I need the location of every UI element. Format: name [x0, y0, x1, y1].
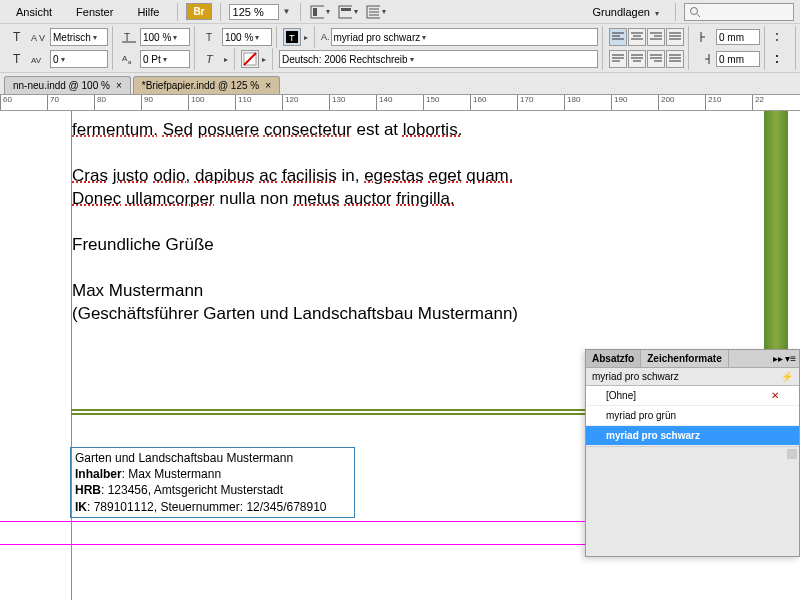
kerning-icon[interactable]: AV — [29, 28, 49, 46]
tab-label: *Briefpapier.indd @ 125 % — [142, 80, 259, 91]
char-format-icon[interactable]: T — [8, 28, 28, 46]
svg-text:T: T — [124, 32, 130, 43]
svg-rect-51 — [776, 61, 778, 63]
menu-ansicht[interactable]: Ansicht — [6, 3, 62, 21]
fill-swatch[interactable]: T — [283, 28, 301, 46]
align-center-button[interactable] — [628, 28, 646, 46]
list-2-icon[interactable] — [771, 50, 791, 68]
baseline-icon[interactable]: Aa — [119, 50, 139, 68]
lightning-icon[interactable]: ⚡ — [781, 371, 793, 382]
char-styles-panel[interactable]: Absatzfo Zeichenformate ▸▸ ▾≡ myriad pro… — [585, 349, 800, 557]
indent-left-icon — [695, 28, 715, 46]
svg-text:AV: AV — [31, 56, 42, 65]
document-canvas[interactable]: fermentum. Sed posuere consectetur est a… — [0, 111, 800, 600]
current-style-name: myriad pro schwarz — [592, 371, 679, 382]
svg-text:A: A — [31, 33, 37, 43]
scale-h-input[interactable]: 100 %▾ — [140, 28, 190, 46]
svg-rect-50 — [776, 55, 778, 57]
document-tabs: nn-neu.indd @ 100 % × *Briefpapier.indd … — [0, 73, 800, 95]
no-fill-swatch[interactable] — [241, 50, 259, 68]
scale-v-icon[interactable]: T — [201, 28, 221, 46]
tracking-icon[interactable]: AV — [29, 50, 49, 68]
view-mode-2-icon[interactable]: ▾ — [337, 3, 361, 21]
tab-doc-2[interactable]: *Briefpapier.indd @ 125 % × — [133, 76, 280, 94]
menu-fenster[interactable]: Fenster — [66, 3, 123, 21]
language-select[interactable]: Deutsch: 2006 Rechtschreib▾ — [279, 50, 598, 68]
justify-left-button[interactable] — [609, 50, 627, 68]
view-mode-3-icon[interactable]: ▾ — [365, 3, 389, 21]
svg-line-9 — [697, 14, 700, 17]
svg-rect-3 — [341, 8, 351, 11]
scale-h-icon[interactable]: T — [119, 28, 139, 46]
baseline-input[interactable]: 0 Pt▾ — [140, 50, 190, 68]
panel-tab-char-styles[interactable]: Zeichenformate — [641, 350, 728, 367]
style-list: [Ohne] ✕ myriad pro grün myriad pro schw… — [586, 386, 799, 446]
indent-left-input[interactable] — [716, 29, 760, 45]
svg-rect-2 — [339, 6, 352, 18]
indent-right-input[interactable] — [716, 51, 760, 67]
svg-rect-1 — [313, 8, 317, 16]
menubar: Ansicht Fenster Hilfe Br ▼ ▾ ▾ ▾ Grundla… — [0, 0, 800, 24]
close-icon[interactable]: × — [116, 80, 122, 91]
chevron-down-icon[interactable]: ▼ — [281, 7, 293, 16]
align-left-button[interactable] — [609, 28, 627, 46]
svg-text:V: V — [39, 33, 45, 43]
bridge-button[interactable]: Br — [186, 3, 211, 20]
svg-text:T: T — [206, 32, 212, 43]
scale-v-input[interactable]: 100 %▾ — [222, 28, 272, 46]
zoom-control[interactable]: ▼ — [229, 4, 293, 20]
view-mode-1-icon[interactable]: ▾ — [309, 3, 333, 21]
delete-style-icon[interactable]: ✕ — [771, 390, 779, 401]
horizontal-ruler[interactable]: 60 70 80 90 100 110 120 130 140 150 160 … — [0, 95, 800, 111]
justify-all-button[interactable] — [666, 50, 684, 68]
indent-right-icon — [695, 50, 715, 68]
control-toolbar: T AV Metrisch▾ T 100 %▾ T 100 %▾ T ▸ A. … — [0, 24, 800, 73]
svg-text:T: T — [13, 30, 21, 44]
skew-icon[interactable]: T — [201, 50, 221, 68]
tab-label: nn-neu.indd @ 100 % — [13, 80, 110, 91]
panel-tab-para-styles[interactable]: Absatzfo — [586, 350, 641, 367]
search-box[interactable] — [684, 3, 794, 21]
panel-menu-icon[interactable]: ▾≡ — [785, 353, 796, 364]
svg-text:T: T — [206, 53, 214, 65]
svg-point-8 — [691, 7, 698, 14]
char-style-label-icon: A. — [321, 32, 330, 42]
svg-point-30 — [776, 39, 778, 41]
svg-rect-0 — [311, 6, 324, 18]
panel-collapse-icon[interactable]: ▸▸ — [773, 353, 783, 364]
justify-right-button[interactable] — [647, 50, 665, 68]
justify-center-button[interactable] — [628, 50, 646, 68]
list-icon[interactable] — [771, 28, 791, 46]
tab-doc-1[interactable]: nn-neu.indd @ 100 % × — [4, 76, 131, 94]
char-style-select[interactable]: myriad pro schwarz▾ — [331, 28, 598, 46]
align-justify-button[interactable] — [666, 28, 684, 46]
close-icon[interactable]: × — [265, 80, 271, 91]
para-format-icon[interactable]: T — [8, 50, 28, 68]
align-right-button[interactable] — [647, 28, 665, 46]
body-text-frame[interactable]: fermentum. Sed posuere consectetur est a… — [72, 119, 518, 325]
style-item-gruen[interactable]: myriad pro grün — [586, 406, 799, 426]
style-item-none[interactable]: [Ohne] ✕ — [586, 386, 799, 406]
menu-hilfe[interactable]: Hilfe — [127, 3, 169, 21]
svg-text:a: a — [128, 59, 132, 65]
style-item-schwarz[interactable]: myriad pro schwarz — [586, 426, 799, 446]
search-icon — [689, 6, 701, 18]
tracking-input[interactable]: 0▾ — [50, 50, 108, 68]
metric-select[interactable]: Metrisch▾ — [50, 28, 108, 46]
svg-point-29 — [776, 33, 778, 35]
svg-text:T: T — [289, 33, 295, 43]
scroll-up-icon[interactable] — [787, 449, 797, 459]
footer-text-frame[interactable]: Garten und Landschaftsbau Mustermann Inh… — [70, 447, 355, 518]
svg-text:T: T — [13, 52, 21, 66]
workspace-selector[interactable]: Grundlagen ▾ — [586, 4, 667, 20]
zoom-input[interactable] — [229, 4, 279, 20]
